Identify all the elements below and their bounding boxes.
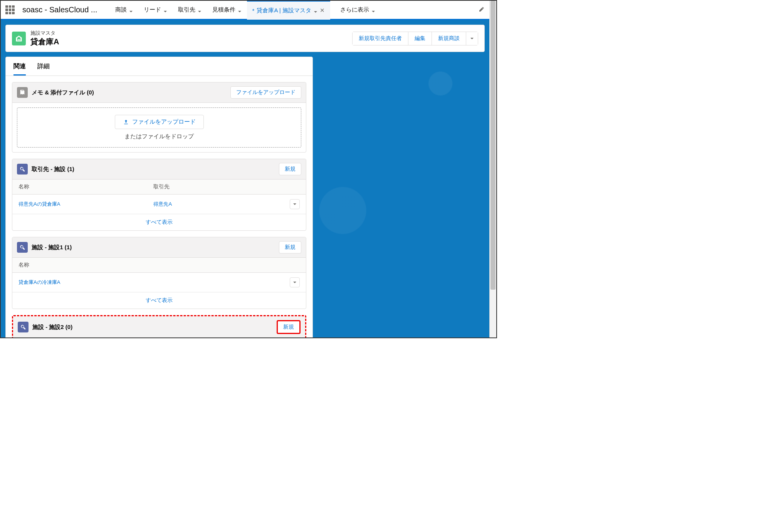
new-acct-facility-button[interactable]: 新規 <box>279 163 301 175</box>
table-header: 名称 取引先 <box>12 180 306 195</box>
scrollbar-thumb[interactable] <box>490 1 495 290</box>
row-menu-button[interactable] <box>290 277 300 287</box>
tab-related[interactable]: 関連 <box>13 57 26 76</box>
wrench-icon <box>17 242 28 253</box>
new-opportunity-button[interactable]: 新規商談 <box>432 32 466 45</box>
nav-item-label: リード <box>144 6 161 13</box>
table-header: 名称 <box>12 258 306 273</box>
header-actions: 新規取引先責任者 編集 新規商談 <box>352 32 478 45</box>
record-header: 施設マスタ 貸倉庫A 新規取引先責任者 編集 新規商談 <box>5 25 485 52</box>
new-contact-button[interactable]: 新規取引先責任者 <box>353 32 408 45</box>
page-background: 施設マスタ 貸倉庫A 新規取引先責任者 編集 新規商談 <box>1 20 489 337</box>
nav-item-quote[interactable]: 見積条件 <box>207 1 247 20</box>
nav-item-lead[interactable]: リード <box>138 1 173 20</box>
upload-dropzone[interactable]: ファイルをアップロード またはファイルをドロップ <box>17 107 301 148</box>
record-title: 貸倉庫A <box>30 37 59 47</box>
object-label: 施設マスタ <box>30 30 59 37</box>
vertical-scrollbar[interactable] <box>489 1 496 337</box>
chevron-down-icon <box>129 8 133 12</box>
nav-item-opportunity[interactable]: 商談 <box>110 1 138 20</box>
nav-item-label: さらに表示 <box>340 6 369 13</box>
row-account-link[interactable]: 得意先A <box>153 201 172 207</box>
nav-item-label: 貸倉庫A | 施設マスタ <box>257 7 311 14</box>
nav-item-active-record[interactable]: * 貸倉庫A | 施設マスタ ✕ <box>247 1 330 20</box>
tab-detail[interactable]: 詳細 <box>37 57 50 76</box>
app-name: soasc - SalesCloud ... <box>22 5 97 14</box>
related-notes-card: メモ & 添付ファイル (0) ファイルをアップロード ファイルをアップロード … <box>12 82 306 153</box>
col-name: 名称 <box>18 262 153 269</box>
upload-button-label: ファイルをアップロード <box>132 118 196 126</box>
related-facility1-title: 施設 - 施設1 (1) <box>32 244 72 251</box>
nav-items: 商談 リード 取引先 見積条件 * 貸倉庫A | 施設マスタ <box>110 1 381 20</box>
wrench-icon <box>18 322 29 332</box>
chevron-down-icon <box>314 8 317 12</box>
related-acct-facility-card: 取引先 - 施設 (1) 新規 名称 取引先 得意先Aの貸倉庫A 得意先A <box>12 159 306 231</box>
side-column <box>317 57 485 337</box>
chevron-down-icon <box>163 8 167 12</box>
chevron-down-icon <box>198 8 202 12</box>
drop-text: またはファイルをドロップ <box>24 133 294 140</box>
row-name-link[interactable]: 得意先Aの貸倉庫A <box>18 201 60 207</box>
col-name: 名称 <box>18 183 153 190</box>
new-facility1-button[interactable]: 新規 <box>279 241 301 253</box>
view-all-link[interactable]: すべて表示 <box>12 292 306 309</box>
file-icon <box>17 87 28 98</box>
table-row: 貸倉庫Aの冷凍庫A <box>12 273 306 292</box>
nav-item-account[interactable]: 取引先 <box>173 1 207 20</box>
nav-item-label: 見積条件 <box>212 6 235 13</box>
chevron-down-icon <box>371 8 375 12</box>
edit-button[interactable]: 編集 <box>408 32 432 45</box>
record-tabs: 関連 詳細 <box>5 57 313 76</box>
global-nav: soasc - SalesCloud ... 商談 リード 取引先 見積条件 <box>1 1 489 20</box>
related-acct-facility-title: 取引先 - 施設 (1) <box>32 166 74 173</box>
unsaved-indicator: * <box>252 7 255 14</box>
related-facility2-card: 施設 - 施設2 (0) 新規 <box>12 315 306 337</box>
row-name-link[interactable]: 貸倉庫Aの冷凍庫A <box>18 279 60 285</box>
facility-icon <box>12 32 26 45</box>
nav-more[interactable]: さらに表示 <box>335 1 381 20</box>
chevron-down-icon <box>238 8 242 12</box>
upload-file-inner-button[interactable]: ファイルをアップロード <box>115 115 204 129</box>
close-icon[interactable]: ✕ <box>320 7 325 14</box>
table-row: 得意先Aの貸倉庫A 得意先A <box>12 195 306 214</box>
view-all-link[interactable]: すべて表示 <box>12 214 306 230</box>
col-account: 取引先 <box>153 183 300 190</box>
related-facility2-title: 施設 - 施設2 (0) <box>32 324 72 331</box>
related-facility1-card: 施設 - 施設1 (1) 新規 名称 貸倉庫Aの冷凍庫A <box>12 237 306 309</box>
more-actions-button[interactable] <box>466 32 478 45</box>
related-notes-title: メモ & 添付ファイル (0) <box>32 89 94 96</box>
edit-nav-icon[interactable] <box>479 6 485 13</box>
row-menu-button[interactable] <box>290 199 300 209</box>
upload-file-button[interactable]: ファイルをアップロード <box>230 86 301 99</box>
nav-item-label: 取引先 <box>178 6 195 13</box>
wrench-icon <box>17 164 28 175</box>
new-facility2-button[interactable]: 新規 <box>277 320 301 334</box>
app-launcher-icon[interactable] <box>5 5 15 15</box>
nav-item-label: 商談 <box>115 6 127 13</box>
related-panel: メモ & 添付ファイル (0) ファイルをアップロード ファイルをアップロード … <box>5 76 313 337</box>
